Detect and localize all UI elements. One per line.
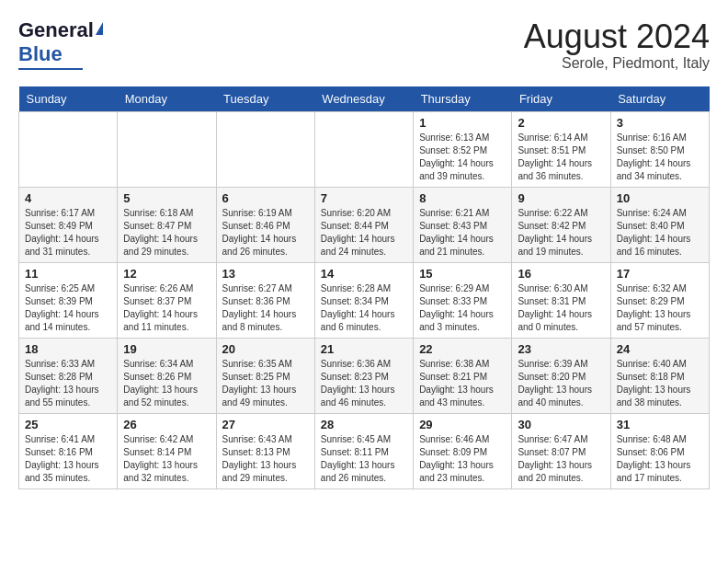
calendar-cell: 9Sunrise: 6:22 AM Sunset: 8:42 PM Daylig… — [512, 187, 610, 262]
calendar-cell — [314, 111, 413, 187]
title-block: August 2024 Serole, Piedmont, Italy — [524, 18, 710, 72]
day-number: 13 — [222, 267, 309, 281]
day-info: Sunrise: 6:35 AM Sunset: 8:25 PM Dayligh… — [222, 358, 309, 409]
calendar-cell: 28Sunrise: 6:45 AM Sunset: 8:11 PM Dayli… — [314, 413, 413, 488]
day-info: Sunrise: 6:22 AM Sunset: 8:42 PM Dayligh… — [518, 207, 604, 259]
day-info: Sunrise: 6:14 AM Sunset: 8:51 PM Dayligh… — [518, 132, 604, 183]
day-info: Sunrise: 6:30 AM Sunset: 8:31 PM Dayligh… — [518, 282, 604, 334]
calendar-cell: 13Sunrise: 6:27 AM Sunset: 8:36 PM Dayli… — [216, 262, 314, 338]
calendar-cell: 11Sunrise: 6:25 AM Sunset: 8:39 PM Dayli… — [19, 262, 118, 338]
day-info: Sunrise: 6:32 AM Sunset: 8:29 PM Dayligh… — [617, 282, 703, 334]
weekday-header-wednesday: Wednesday — [314, 86, 413, 112]
calendar-cell: 15Sunrise: 6:29 AM Sunset: 8:33 PM Dayli… — [414, 262, 512, 338]
day-info: Sunrise: 6:25 AM Sunset: 8:39 PM Dayligh… — [25, 282, 111, 334]
day-info: Sunrise: 6:43 AM Sunset: 8:13 PM Dayligh… — [222, 433, 309, 485]
day-number: 18 — [25, 342, 111, 356]
calendar-cell: 17Sunrise: 6:32 AM Sunset: 8:29 PM Dayli… — [610, 262, 709, 338]
calendar-cell: 19Sunrise: 6:34 AM Sunset: 8:26 PM Dayli… — [118, 338, 216, 413]
location-subtitle: Serole, Piedmont, Italy — [524, 55, 710, 72]
calendar-cell: 6Sunrise: 6:19 AM Sunset: 8:46 PM Daylig… — [216, 187, 314, 262]
day-info: Sunrise: 6:26 AM Sunset: 8:37 PM Dayligh… — [123, 282, 210, 334]
day-number: 12 — [123, 267, 210, 281]
calendar-cell: 20Sunrise: 6:35 AM Sunset: 8:25 PM Dayli… — [216, 338, 314, 413]
day-number: 26 — [123, 418, 210, 431]
week-row-2: 4Sunrise: 6:17 AM Sunset: 8:49 PM Daylig… — [19, 187, 710, 262]
calendar-cell: 5Sunrise: 6:18 AM Sunset: 8:47 PM Daylig… — [118, 187, 216, 262]
calendar-cell: 25Sunrise: 6:41 AM Sunset: 8:16 PM Dayli… — [19, 413, 118, 488]
calendar-cell: 12Sunrise: 6:26 AM Sunset: 8:37 PM Dayli… — [118, 262, 216, 338]
day-info: Sunrise: 6:33 AM Sunset: 8:28 PM Dayligh… — [25, 358, 111, 409]
day-info: Sunrise: 6:47 AM Sunset: 8:07 PM Dayligh… — [518, 433, 604, 485]
day-number: 30 — [518, 418, 604, 431]
day-number: 25 — [25, 418, 111, 431]
week-row-1: 1Sunrise: 6:13 AM Sunset: 8:52 PM Daylig… — [19, 111, 710, 187]
calendar-cell: 24Sunrise: 6:40 AM Sunset: 8:18 PM Dayli… — [610, 338, 709, 413]
logo: General Blue — [18, 18, 103, 70]
day-number: 3 — [617, 116, 703, 130]
day-number: 27 — [222, 418, 309, 431]
calendar-cell: 2Sunrise: 6:14 AM Sunset: 8:51 PM Daylig… — [512, 111, 610, 187]
day-info: Sunrise: 6:29 AM Sunset: 8:33 PM Dayligh… — [419, 282, 506, 334]
day-number: 8 — [419, 191, 506, 205]
day-number: 1 — [419, 116, 506, 130]
week-row-3: 11Sunrise: 6:25 AM Sunset: 8:39 PM Dayli… — [19, 262, 710, 338]
day-info: Sunrise: 6:17 AM Sunset: 8:49 PM Dayligh… — [25, 207, 111, 259]
day-number: 15 — [419, 267, 506, 281]
day-info: Sunrise: 6:13 AM Sunset: 8:52 PM Dayligh… — [419, 132, 506, 183]
logo-general-text: General — [18, 18, 94, 42]
calendar-cell: 16Sunrise: 6:30 AM Sunset: 8:31 PM Dayli… — [512, 262, 610, 338]
calendar-cell: 18Sunrise: 6:33 AM Sunset: 8:28 PM Dayli… — [19, 338, 118, 413]
calendar-cell: 3Sunrise: 6:16 AM Sunset: 8:50 PM Daylig… — [610, 111, 709, 187]
calendar-cell: 27Sunrise: 6:43 AM Sunset: 8:13 PM Dayli… — [216, 413, 314, 488]
weekday-header-saturday: Saturday — [610, 86, 709, 112]
day-number: 28 — [321, 418, 407, 431]
day-number: 20 — [222, 342, 309, 356]
day-info: Sunrise: 6:16 AM Sunset: 8:50 PM Dayligh… — [617, 132, 703, 183]
day-number: 6 — [222, 191, 309, 205]
logo-line — [18, 68, 83, 70]
weekday-header-thursday: Thursday — [414, 86, 512, 112]
week-row-5: 25Sunrise: 6:41 AM Sunset: 8:16 PM Dayli… — [19, 413, 710, 488]
logo-triangle-icon — [96, 22, 103, 35]
day-info: Sunrise: 6:39 AM Sunset: 8:20 PM Dayligh… — [518, 358, 604, 409]
week-row-4: 18Sunrise: 6:33 AM Sunset: 8:28 PM Dayli… — [19, 338, 710, 413]
day-info: Sunrise: 6:28 AM Sunset: 8:34 PM Dayligh… — [321, 282, 407, 334]
day-info: Sunrise: 6:20 AM Sunset: 8:44 PM Dayligh… — [321, 207, 407, 259]
calendar-cell: 23Sunrise: 6:39 AM Sunset: 8:20 PM Dayli… — [512, 338, 610, 413]
calendar-cell — [118, 111, 216, 187]
calendar-cell: 4Sunrise: 6:17 AM Sunset: 8:49 PM Daylig… — [19, 187, 118, 262]
day-info: Sunrise: 6:38 AM Sunset: 8:21 PM Dayligh… — [419, 358, 506, 409]
calendar-cell: 22Sunrise: 6:38 AM Sunset: 8:21 PM Dayli… — [414, 338, 512, 413]
calendar-cell: 26Sunrise: 6:42 AM Sunset: 8:14 PM Dayli… — [118, 413, 216, 488]
day-number: 31 — [617, 418, 703, 431]
day-info: Sunrise: 6:46 AM Sunset: 8:09 PM Dayligh… — [419, 433, 506, 485]
day-number: 9 — [518, 191, 604, 205]
day-number: 22 — [419, 342, 506, 356]
day-info: Sunrise: 6:21 AM Sunset: 8:43 PM Dayligh… — [419, 207, 506, 259]
calendar-cell: 31Sunrise: 6:48 AM Sunset: 8:06 PM Dayli… — [610, 413, 709, 488]
day-info: Sunrise: 6:27 AM Sunset: 8:36 PM Dayligh… — [222, 282, 309, 334]
day-info: Sunrise: 6:19 AM Sunset: 8:46 PM Dayligh… — [222, 207, 309, 259]
day-info: Sunrise: 6:42 AM Sunset: 8:14 PM Dayligh… — [123, 433, 210, 485]
calendar-cell: 7Sunrise: 6:20 AM Sunset: 8:44 PM Daylig… — [314, 187, 413, 262]
month-year-title: August 2024 — [524, 18, 710, 55]
calendar-table: SundayMondayTuesdayWednesdayThursdayFrid… — [18, 86, 710, 489]
weekday-header-tuesday: Tuesday — [216, 86, 314, 112]
calendar-cell: 10Sunrise: 6:24 AM Sunset: 8:40 PM Dayli… — [610, 187, 709, 262]
day-number: 29 — [419, 418, 506, 431]
calendar-cell: 8Sunrise: 6:21 AM Sunset: 8:43 PM Daylig… — [414, 187, 512, 262]
day-info: Sunrise: 6:24 AM Sunset: 8:40 PM Dayligh… — [617, 207, 703, 259]
day-number: 10 — [617, 191, 703, 205]
calendar-cell: 30Sunrise: 6:47 AM Sunset: 8:07 PM Dayli… — [512, 413, 610, 488]
day-info: Sunrise: 6:34 AM Sunset: 8:26 PM Dayligh… — [123, 358, 210, 409]
day-number: 5 — [123, 191, 210, 205]
day-number: 21 — [321, 342, 407, 356]
day-number: 2 — [518, 116, 604, 130]
weekday-header-friday: Friday — [512, 86, 610, 112]
calendar-cell: 1Sunrise: 6:13 AM Sunset: 8:52 PM Daylig… — [414, 111, 512, 187]
day-info: Sunrise: 6:40 AM Sunset: 8:18 PM Dayligh… — [617, 358, 703, 409]
day-number: 19 — [123, 342, 210, 356]
calendar-cell: 29Sunrise: 6:46 AM Sunset: 8:09 PM Dayli… — [414, 413, 512, 488]
day-number: 11 — [25, 267, 111, 281]
day-number: 23 — [518, 342, 604, 356]
